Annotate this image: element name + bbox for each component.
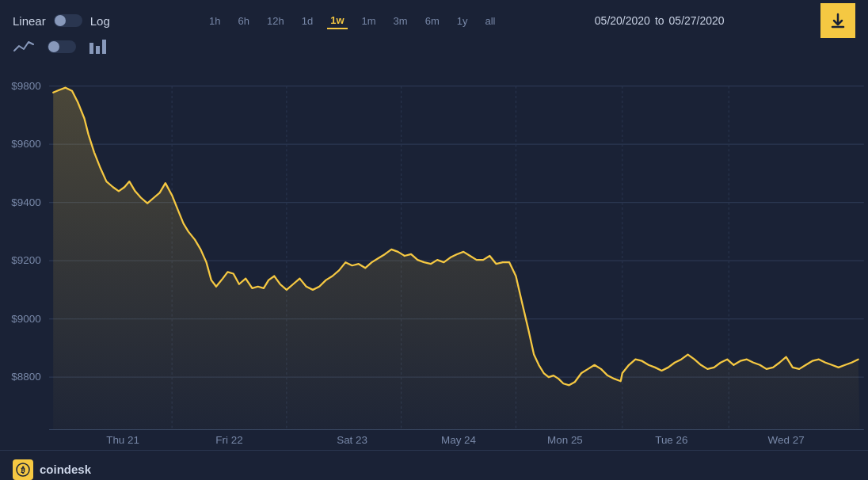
svg-text:$9200: $9200 [11, 254, 40, 266]
scale-linear-label[interactable]: Linear [13, 14, 46, 28]
date-separator: to [655, 14, 664, 27]
svg-text:Mon 25: Mon 25 [547, 434, 583, 446]
svg-marker-30 [53, 88, 859, 430]
date-to: 05/27/2020 [669, 14, 725, 27]
bar-chart-icon [89, 38, 108, 55]
toggle-dot [55, 15, 66, 26]
svg-text:Fri 22: Fri 22 [215, 434, 242, 446]
interval-6m[interactable]: 6m [422, 13, 443, 29]
svg-text:$9400: $9400 [11, 196, 40, 208]
svg-text:$9000: $9000 [11, 313, 40, 325]
interval-all[interactable]: all [482, 13, 498, 29]
svg-text:Sat 23: Sat 23 [337, 434, 367, 446]
coindesk-text: coindesk [40, 463, 91, 476]
top-bar: Linear Log 1h 6h 12h 1d 1w 1m 3m 6m 1y a… [0, 0, 868, 38]
price-chart: $9800 $9600 $9400 $9200 $9000 $8800 Thu … [0, 62, 868, 450]
interval-1d[interactable]: 1d [299, 13, 316, 29]
scale-log-label[interactable]: Log [90, 14, 110, 28]
interval-1w[interactable]: 1w [327, 13, 347, 29]
svg-text:May 24: May 24 [441, 434, 477, 446]
date-from: 05/20/2020 [595, 14, 650, 27]
interval-1y[interactable]: 1y [454, 13, 471, 29]
second-bar [0, 38, 868, 62]
interval-6h[interactable]: 6h [235, 13, 253, 29]
interval-1h[interactable]: 1h [206, 13, 223, 29]
line-chart-icon [13, 38, 35, 55]
coindesk-logo: ₿ coindesk [13, 459, 91, 480]
coindesk-icon: ₿ [13, 459, 33, 480]
svg-rect-1 [89, 43, 93, 54]
left-controls: Linear Log [13, 14, 110, 28]
interval-12h[interactable]: 12h [264, 13, 287, 29]
line-chart-btn[interactable] [13, 38, 35, 55]
svg-text:₿: ₿ [21, 466, 25, 474]
svg-text:$8800: $8800 [11, 371, 40, 383]
download-button[interactable] [820, 3, 855, 38]
scale-toggle[interactable] [54, 14, 82, 27]
interval-3m[interactable]: 3m [390, 13, 411, 29]
svg-rect-2 [96, 46, 100, 54]
svg-rect-3 [102, 40, 106, 54]
time-intervals: 1h 6h 12h 1d 1w 1m 3m 6m 1y all [206, 13, 498, 29]
download-icon [829, 12, 847, 29]
chart-area: $9800 $9600 $9400 $9200 $9000 $8800 Thu … [0, 62, 868, 450]
footer: ₿ coindesk [0, 450, 868, 480]
svg-text:Thu 21: Thu 21 [106, 434, 139, 446]
svg-text:Wed 27: Wed 27 [768, 434, 805, 446]
svg-text:Tue 26: Tue 26 [655, 434, 687, 446]
interval-1m[interactable]: 1m [359, 13, 379, 29]
svg-text:$9800: $9800 [11, 80, 40, 92]
chart-toggle-dot [48, 41, 59, 52]
chart-toggle[interactable] [48, 40, 76, 53]
coindesk-logo-icon: ₿ [16, 463, 30, 477]
date-range: 05/20/2020 to 05/27/2020 [595, 14, 725, 27]
bar-chart-btn[interactable] [89, 38, 108, 55]
svg-text:$9600: $9600 [11, 138, 40, 150]
